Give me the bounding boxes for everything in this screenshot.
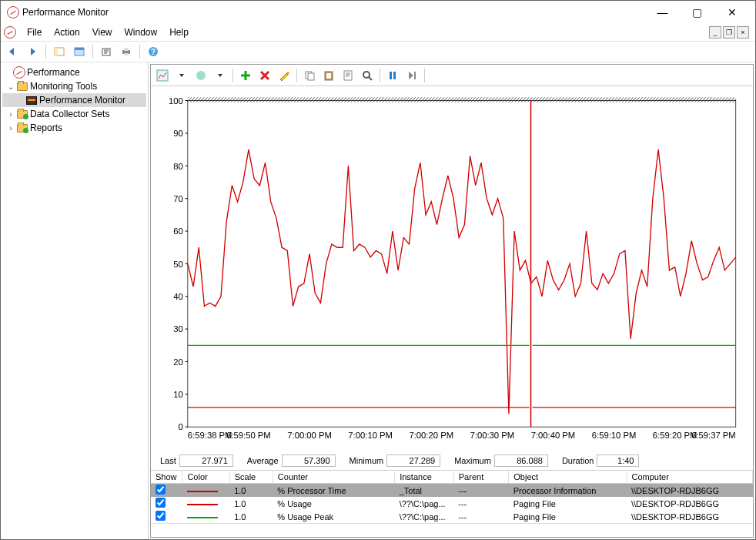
computer-cell: \\DESKTOP-RDJB6GG [627, 484, 753, 498]
svg-text:40: 40 [173, 292, 183, 301]
svg-rect-16 [344, 71, 352, 80]
back-icon[interactable] [4, 43, 21, 60]
object-cell: Processor Information [509, 484, 627, 498]
svg-text:50: 50 [173, 259, 183, 268]
col-header[interactable]: Instance [395, 471, 454, 484]
col-header[interactable]: Computer [627, 471, 753, 484]
main-toolbar: ? [1, 41, 755, 62]
highlight-icon[interactable] [276, 67, 293, 84]
dropdown-arrow-icon[interactable] [212, 67, 229, 84]
menu-window[interactable]: Window [119, 25, 164, 39]
object-cell: Paging File [509, 497, 627, 510]
instance-cell: \??\C:\pag... [395, 497, 454, 510]
show-checkbox[interactable] [156, 511, 166, 521]
col-header[interactable]: Parent [453, 471, 509, 484]
menu-help[interactable]: Help [163, 25, 195, 39]
dropdown-arrow-icon[interactable] [173, 67, 190, 84]
show-checkbox[interactable] [156, 485, 166, 495]
svg-text:70: 70 [173, 194, 183, 203]
zoom-icon[interactable] [359, 67, 376, 84]
tree-label: Performance [27, 67, 80, 78]
svg-text:100: 100 [169, 96, 183, 106]
mdi-close-icon[interactable]: × [737, 26, 749, 39]
window-title: Performance Monitor [19, 7, 645, 18]
parent-cell: --- [453, 484, 509, 498]
max-value: 86.088 [494, 454, 548, 467]
svg-text:?: ? [151, 48, 156, 56]
svg-text:7:00:20 PM: 7:00:20 PM [409, 431, 453, 440]
svg-rect-1 [55, 48, 58, 55]
tree-label: Monitoring Tools [30, 81, 97, 92]
svg-text:7:00:30 PM: 7:00:30 PM [470, 431, 515, 440]
color-swatch [187, 504, 218, 505]
menu-file[interactable]: File [21, 25, 48, 39]
app-icon [4, 26, 16, 39]
mdi-restore-icon[interactable]: ❐ [723, 26, 735, 39]
minimize-button[interactable]: — [645, 2, 680, 23]
mdi-minimize-icon[interactable]: _ [709, 26, 721, 39]
object-cell: Paging File [509, 510, 627, 523]
export-icon[interactable] [98, 43, 115, 60]
help-icon[interactable]: ? [145, 43, 162, 60]
svg-text:6:59:10 PM: 6:59:10 PM [592, 431, 637, 440]
freeze-display-icon[interactable] [192, 67, 209, 84]
col-header[interactable]: Scale [229, 471, 273, 484]
show-hide-tree-icon[interactable] [51, 43, 68, 60]
svg-text:6:59:38 PM: 6:59:38 PM [188, 431, 232, 440]
tree-monitoring-tools[interactable]: ⌄ Monitoring Tools [2, 79, 146, 93]
footer-spacer [151, 523, 753, 537]
title-bar: Performance Monitor — ▢ ✕ [1, 1, 755, 24]
close-button[interactable]: ✕ [714, 2, 749, 23]
app-icon [13, 66, 25, 79]
add-counter-icon[interactable] [237, 67, 254, 84]
col-header[interactable]: Object [509, 471, 627, 484]
svg-text:20: 20 [173, 357, 183, 367]
table-row[interactable]: 1.0% Processor Time_Total---Processor In… [151, 484, 753, 498]
tree-label: Reports [30, 122, 62, 133]
tree-label: Performance Monitor [39, 95, 125, 106]
step-forward-icon[interactable] [403, 67, 420, 84]
properties-icon[interactable] [340, 67, 356, 84]
show-checkbox[interactable] [156, 498, 166, 508]
maximize-button[interactable]: ▢ [680, 2, 714, 23]
print-icon[interactable] [118, 43, 135, 60]
menu-bar: File Action View Window Help _ ❐ × [1, 24, 755, 41]
tree-reports[interactable]: › Reports [2, 121, 146, 135]
min-label: Minimum [350, 456, 384, 465]
counter-table[interactable]: ShowColorScaleCounterInstanceParentObjec… [151, 470, 753, 523]
col-header[interactable]: Color [182, 471, 229, 484]
computer-cell: \\DESKTOP-RDJB6GG [627, 497, 753, 510]
tree-root-performance[interactable]: Performance [2, 65, 146, 79]
forward-icon[interactable] [24, 43, 41, 60]
svg-text:6:59:20 PM: 6:59:20 PM [653, 431, 697, 440]
parent-cell: --- [453, 497, 509, 510]
navigation-tree[interactable]: Performance ⌄ Monitoring Tools Performan… [1, 62, 149, 539]
tree-data-collector-sets[interactable]: › Data Collector Sets [2, 107, 146, 121]
copy-icon[interactable] [301, 67, 318, 84]
counter-cell: % Usage [273, 497, 394, 510]
col-header[interactable]: Counter [273, 471, 394, 484]
svg-rect-7 [124, 53, 129, 55]
color-swatch [187, 491, 218, 492]
delete-counter-icon[interactable] [256, 67, 273, 84]
svg-text:0: 0 [178, 422, 182, 431]
paste-icon[interactable] [320, 67, 337, 84]
scale-cell: 1.0 [229, 510, 273, 523]
svg-text:80: 80 [173, 161, 183, 170]
chart-toolbar [151, 65, 753, 86]
new-window-icon[interactable] [71, 43, 88, 60]
svg-text:10: 10 [173, 390, 183, 399]
svg-rect-15 [326, 73, 331, 79]
tree-performance-monitor[interactable]: Performance Monitor [2, 93, 146, 107]
menu-view[interactable]: View [86, 25, 119, 39]
table-row[interactable]: 1.0% Usage Peak\??\C:\pag...---Paging Fi… [151, 510, 753, 523]
table-row[interactable]: 1.0% Usage\??\C:\pag...---Paging File\\D… [151, 497, 753, 510]
min-value: 27.289 [386, 454, 440, 467]
menu-action[interactable]: Action [48, 25, 85, 39]
view-graph-icon[interactable] [154, 67, 171, 84]
svg-point-17 [363, 72, 370, 78]
pause-icon[interactable] [384, 67, 401, 84]
col-header[interactable]: Show [151, 471, 182, 484]
svg-rect-3 [75, 48, 84, 50]
chart-area[interactable]: 01020304050607080901006:59:38 PM6:59:50 … [151, 86, 753, 451]
